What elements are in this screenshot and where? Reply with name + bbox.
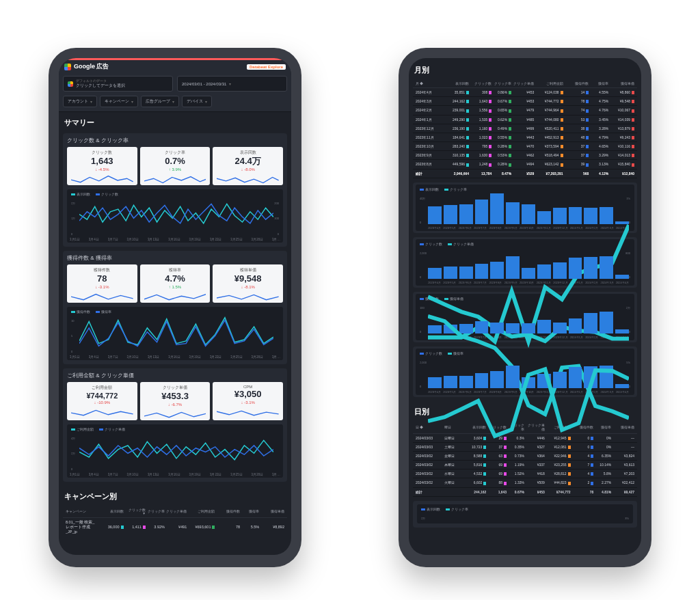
monthly-heading: 月別 [409,58,641,78]
phone-mockup-right: 月別 月 ◆表示回数クリック数クリック率クリック単価ご利用金額獲得件数獲得率獲得… [399,48,651,567]
daily-table: 日 ◆曜日表示回数クリック数クリック率クリック単価ご利用金額獲得件数獲得率獲得単… [413,421,637,497]
kpi-cost[interactable]: ご利用金額¥744,772↓ -10.9% [67,382,137,420]
daily-row[interactable]: 2024/03/02水曜日 4,532 69 1.52%¥418 ¥28,812… [413,469,637,478]
data-source-selector[interactable]: デフォルトのデータ クリックしてデータを選択 [63,76,173,92]
monthly-table: 月 ◆表示回数クリック数クリック率クリック単価ご利用金額獲得件数獲得率獲得単価 … [413,79,637,178]
filter-campaign[interactable]: キャンペーン▾ [100,96,138,107]
screen-right: 月別 月 ◆表示回数クリック数クリック率クリック単価ご利用金額獲得件数獲得率獲得… [409,58,641,555]
kpi-impressions[interactable]: 表示回数 24.4万 ↓ -8.0% [213,147,283,185]
monthly-row[interactable]: 2023年11月 184,641 1,023 0.55% ¥443 ¥452,9… [413,133,637,142]
monthly-clk-cpc-chart-box[interactable]: クリック数クリック単価 2,0000 8000 2023年4月2023年5月20… [416,239,634,286]
conv-title: 獲得件数 & 獲得率 [67,254,283,262]
summary-cost: ご利用金額 & クリック単価 ご利用金額¥744,772↓ -10.9% クリッ… [63,368,287,482]
app-title: Google 広告 [74,62,109,71]
chevron-down-icon: ▾ [229,81,231,86]
daily-row[interactable]: 2024/03/02火曜日 6,602 88 1.33%¥509 ¥44,823… [413,478,637,487]
kpi-cpc[interactable]: クリック単価¥453.3↓ -6.7% [140,382,211,420]
monthly-conv-cpa-chart: 獲得件数獲得単価 1000 2万0 2023年4月2023年5月2023年6月2… [413,292,637,342]
monthly-row[interactable]: 2023年9月 310,135 1,630 0.53% ¥462 ¥518,49… [413,151,637,160]
campaign-thead[interactable]: キャンペーン表示回数クリック数 ▼クリック率クリック単価ご利用金額獲得件数獲得率… [63,506,287,518]
google-ads-logo-icon [64,64,71,70]
monthly-thead[interactable]: 月 ◆表示回数クリック数クリック率クリック単価ご利用金額獲得件数獲得率獲得単価 [413,79,637,88]
clicks-kpi-row: クリック数 1,643 ↓ -4.5% クリック率 0.7% ↑ 3.9% 表示… [67,147,283,185]
monthly-row[interactable]: 2024年3月 244,162 1,643 0.67% ¥453 ¥744,77… [413,97,637,106]
date-range-value: 2024/03/01 - 2024/03/31 [182,82,226,86]
app-header: Google 広告 Databeat Explore [59,58,291,73]
app-title-group: Google 広告 [64,62,109,71]
filter-account[interactable]: アカウント▾ [63,96,97,107]
kpi-cvr[interactable]: 獲得率4.7%↑ 1.5% [140,264,211,303]
data-selector-row: デフォルトのデータ クリックしてデータを選択 2024/03/01 - 2024… [59,73,291,94]
conv-chart[interactable]: 獲得件数獲得率 1050 3月1日3月4日3月7日3月10日3月13日3月16日… [67,307,283,360]
monthly-imp-ctr-chart: 表示回数クリック率 40万0 1%0 2023年4月2023年5月2023年6月… [413,182,637,233]
monthly-clk-cvr-chart: クリック数獲得率 2,0000 5%0 2023年4月2023年5月2023年6… [413,346,637,397]
daily-thead[interactable]: 日 ◆曜日表示回数クリック数クリック率クリック単価ご利用金額獲得件数獲得率獲得単… [413,421,637,434]
monthly-row[interactable]: 2024年1月 249,290 1,535 0.62% ¥485 ¥744,08… [413,115,637,124]
chevron-down-icon: ▾ [205,99,207,104]
kpi-conv[interactable]: 獲得件数78↓ -3.1% [67,264,137,303]
clicks-title: クリック数 & クリック率 [67,137,283,144]
chevron-down-icon: ▾ [90,99,92,104]
google-ads-icon [68,81,73,87]
campaign-table: キャンペーン表示回数クリック数 ▼クリック率クリック単価ご利用金額獲得件数獲得率… [63,506,287,536]
monthly-clk-cvr-chart-box[interactable]: クリック数獲得率 2,0000 5%0 2023年4月2023年5月2023年6… [416,349,634,395]
daily-chart[interactable]: 表示回数クリック率 2万 3% [417,504,633,523]
summary-conv: 獲得件数 & 獲得率 獲得件数78↓ -3.1% 獲得率4.7%↑ 1.5% 獲… [63,251,287,364]
kpi-clicks[interactable]: クリック数 1,643 ↓ -4.5% [67,147,137,185]
monthly-total: 総計2,946,66413,7848.47%¥529¥7,293,2915684… [413,169,637,178]
campaign-heading: キャンペーン別 [59,486,291,504]
brand-tag: Databeat Explore [247,64,286,70]
filter-row: アカウント▾ キャンペーン▾ 広告グループ▾ デバイス▾ [59,94,291,112]
kpi-ctr[interactable]: クリック率 0.7% ↑ 3.9% [140,147,211,185]
filter-device[interactable]: デバイス▾ [182,96,212,107]
daily-row[interactable]: 2024/03/02木曜日 5,816 69 1.19%¥337 ¥23,255… [413,461,637,469]
kpi-cpm[interactable]: CPM¥3,050↓ -3.1% [213,382,283,420]
phone-mockup-left: Google 広告 Databeat Explore デフォルトのデータ クリッ… [49,48,301,567]
daily-heading: 日別 [409,401,641,420]
clicks-chart[interactable]: 表示回数クリック数 2万1万0 2001000 3月1日3月4日3月7日3月10… [67,189,283,243]
monthly-row[interactable]: 2024年2月 239,001 1,556 0.65% ¥479 ¥744,96… [413,106,637,115]
monthly-row[interactable]: 2024年4月 35,851 308 0.86% ¥453 ¥124,038 1… [413,88,637,97]
chevron-down-icon: ▾ [131,99,133,104]
kpi-cpa[interactable]: 獲得単価¥9,548↓ -8.1% [213,264,283,303]
daily-row[interactable]: 2024/03/03日曜日 3,604 29 0.3%¥446 ¥12,945 … [413,434,637,443]
cost-chart[interactable]: ご利用金額クリック単価 4万2万0 3月1日3月4日3月7日3月10日3月13日… [67,424,283,478]
monthly-clk-cpc-chart: クリック数クリック単価 2,0000 8000 2023年4月2023年5月20… [413,237,637,288]
monthly-row[interactable]: 2023年10月 283,240 795 0.28% ¥470 ¥373,594… [413,142,637,151]
monthly-imp-ctr-chart-box[interactable]: 表示回数クリック率 40万0 1%0 2023年4月2023年5月2023年6月… [416,185,634,231]
screen-left: Google 広告 Databeat Explore デフォルトのデータ クリッ… [59,58,291,555]
monthly-row[interactable]: 2023年12月 236,190 1,160 0.49% ¥499 ¥520,4… [413,124,637,133]
date-range-picker[interactable]: 2024/03/01 - 2024/03/31 ▾ [177,76,287,92]
monthly-conv-cpa-chart-box[interactable]: 獲得件数獲得単価 1000 2万0 2023年4月2023年5月2023年6月2… [416,294,634,340]
daily-row[interactable]: 2024/03/02金曜日 8,588 63 0.73%¥364 ¥22,946… [413,452,637,461]
cost-title: ご利用金額 & クリック単価 [67,372,283,379]
daily-total: 総計244,1621,6430.67%¥453¥744,772784.81%¥9… [413,488,637,497]
summary-heading: サマリー [59,112,291,131]
summary-clicks: クリック数 & クリック率 クリック数 1,643 ↓ -4.5% クリック率 … [63,133,287,247]
chevron-down-icon: ▾ [172,99,174,104]
campaign-row[interactable]: 8.01_一般 検索_レポート作成_JP_jp 36,000 1,411 3.9… [63,518,287,536]
data-select-hint: クリックしてデータを選択 [76,83,125,89]
monthly-row[interactable]: 2023年8月 449,596 1,248 0.28% ¥494 ¥623,14… [413,160,637,169]
daily-chart-box: 表示回数クリック率 2万 3% [413,501,637,528]
filter-adgroup[interactable]: 広告グループ▾ [141,96,179,107]
daily-row[interactable]: 2024/03/03土曜日 10,723 37 0.35%¥327 ¥12,08… [413,443,637,452]
